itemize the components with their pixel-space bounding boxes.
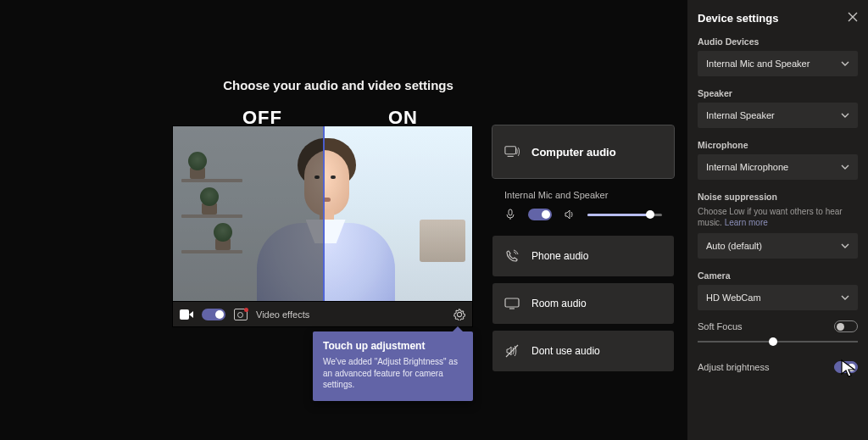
chevron-down-icon xyxy=(841,59,849,68)
noise-suppression-label: Noise suppression xyxy=(698,192,858,202)
gear-icon[interactable] xyxy=(453,309,465,320)
speaker-icon xyxy=(564,209,576,220)
option-computer-audio[interactable]: Computer audio xyxy=(492,125,674,178)
audio-options: Computer audio Internal Mic and Speaker … xyxy=(492,125,674,378)
learn-more-link[interactable]: Learn more xyxy=(725,218,768,227)
dropdown-value: Internal Microphone xyxy=(706,162,788,172)
computer-audio-icon xyxy=(504,145,520,159)
room-audio-icon xyxy=(504,297,520,310)
dropdown-value: Auto (default) xyxy=(706,241,762,251)
chevron-down-icon xyxy=(841,293,849,302)
option-label: Room audio xyxy=(531,298,587,309)
speaker-label: Speaker xyxy=(698,88,858,98)
microphone-label: Microphone xyxy=(698,140,858,150)
svg-rect-2 xyxy=(505,298,519,307)
volume-slider[interactable] xyxy=(587,214,662,216)
speaker-dropdown[interactable]: Internal Speaker xyxy=(698,103,858,128)
dropdown-value: Internal Speaker xyxy=(706,110,775,120)
svg-rect-1 xyxy=(509,209,512,215)
camera-preview xyxy=(172,125,473,302)
audio-devices-label: Audio Devices xyxy=(698,36,858,47)
option-label: Computer audio xyxy=(531,146,616,159)
dropdown-value: Internal Mic and Speaker xyxy=(706,58,810,69)
soft-focus-row: Soft Focus xyxy=(698,320,858,332)
dropdown-value: HD WebCam xyxy=(706,292,761,303)
noise-suppression-dropdown[interactable]: Auto (default) xyxy=(698,233,858,259)
camera-icon xyxy=(180,309,193,320)
option-label: Dont use audio xyxy=(531,345,600,357)
soft-focus-slider[interactable] xyxy=(698,341,858,343)
microphone-dropdown[interactable]: Internal Microphone xyxy=(698,154,858,180)
callout-body: We've added "Adjust Brightness" as an ad… xyxy=(323,356,463,391)
video-effects-icon[interactable] xyxy=(234,309,248,320)
option-phone-audio[interactable]: Phone audio xyxy=(492,236,674,276)
chevron-down-icon xyxy=(841,111,849,120)
comparison-divider xyxy=(323,126,325,301)
camera-toggle[interactable] xyxy=(202,309,225,320)
soft-focus-toggle[interactable] xyxy=(834,320,858,332)
option-no-audio[interactable]: Dont use audio xyxy=(492,331,674,371)
close-icon[interactable] xyxy=(846,10,860,24)
device-settings-panel: Device settings Audio Devices Internal M… xyxy=(687,0,868,440)
camera-label: Camera xyxy=(698,270,858,281)
svg-rect-0 xyxy=(505,147,516,154)
chevron-down-icon xyxy=(841,163,849,171)
video-effects-button[interactable]: Video effects xyxy=(256,309,309,320)
touchup-callout: Touch up adjustment We've added "Adjust … xyxy=(313,331,473,401)
camera-dropdown[interactable]: HD WebCam xyxy=(698,285,858,310)
chevron-down-icon xyxy=(841,242,849,250)
callout-title: Touch up adjustment xyxy=(323,340,463,352)
device-name: Internal Mic and Speaker xyxy=(504,185,662,209)
option-room-audio[interactable]: Room audio xyxy=(492,283,674,324)
selected-audio-device: Internal Mic and Speaker xyxy=(492,185,674,236)
no-audio-icon xyxy=(504,344,520,358)
noise-suppression-hint: Choose Low if you want others to hear mu… xyxy=(698,206,858,228)
option-label: Phone audio xyxy=(531,250,588,262)
soft-focus-label: Soft Focus xyxy=(698,321,743,331)
mic-toggle[interactable] xyxy=(528,209,552,220)
phone-audio-icon xyxy=(504,249,520,263)
adjust-brightness-label: Adjust brightness xyxy=(698,362,769,372)
audio-devices-dropdown[interactable]: Internal Mic and Speaker xyxy=(698,51,858,76)
mic-icon xyxy=(504,209,516,220)
adjust-brightness-row: Adjust brightness xyxy=(698,361,858,373)
preview-controlbar: Video effects xyxy=(172,302,473,327)
page-title: Choose your audio and video settings xyxy=(0,78,676,92)
panel-title: Device settings xyxy=(698,12,858,25)
adjust-brightness-toggle[interactable] xyxy=(834,361,858,373)
